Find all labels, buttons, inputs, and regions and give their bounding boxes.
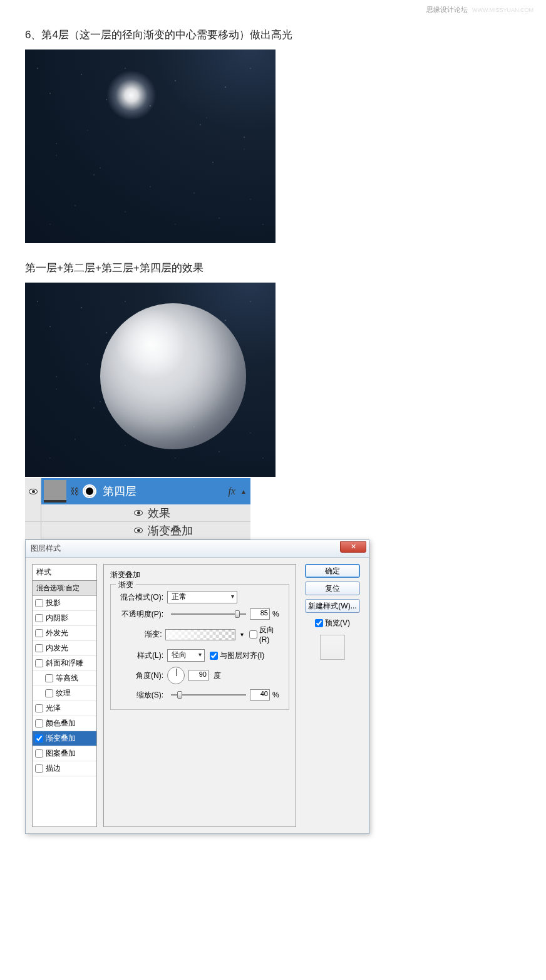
style-checkbox[interactable]: [35, 734, 43, 743]
layer-name[interactable]: 第四层: [103, 484, 229, 499]
angle-input[interactable]: 90: [188, 670, 209, 681]
gradient-overlay-label: 渐变叠加: [148, 523, 193, 538]
style-label: 样式(L):: [116, 650, 163, 661]
fx-collapse-arrow[interactable]: ▲: [240, 488, 247, 495]
style-item[interactable]: 渐变叠加: [33, 731, 96, 746]
visibility-toggle[interactable]: [25, 522, 41, 539]
mask-thumbnail[interactable]: [83, 484, 96, 498]
styles-list: 样式 混合选项:自定 投影内阴影外发光内发光斜面和浮雕等高线纹理光泽颜色叠加渐变…: [32, 564, 97, 827]
style-item-label: 内阴影: [46, 613, 68, 623]
preview-label: 预览(V): [325, 618, 350, 628]
style-checkbox[interactable]: [35, 629, 43, 637]
layer-thumbnail[interactable]: [44, 480, 66, 503]
fieldset-legend: 渐变: [116, 580, 136, 590]
style-item-label: 颜色叠加: [46, 718, 76, 729]
style-item-label: 图案叠加: [46, 748, 76, 759]
blend-mode-select[interactable]: 正常: [167, 591, 237, 603]
gradient-label: 渐变:: [116, 629, 162, 640]
titlebar[interactable]: 图层样式 ✕: [26, 540, 369, 558]
combined-caption: 第一层+第二层+第三层+第四层的效果: [25, 261, 521, 275]
gradient-fieldset: 渐变 混合模式(O): 正常 不透明度(P): 85 % 渐变:: [110, 584, 289, 710]
scale-input[interactable]: 40: [250, 689, 270, 701]
gradient-picker[interactable]: [165, 629, 235, 640]
dialog-buttons: 确定 复位 新建样式(W)... 预览(V): [302, 564, 363, 827]
style-item[interactable]: 颜色叠加: [33, 716, 96, 731]
sphere: [100, 303, 246, 449]
style-checkbox[interactable]: [35, 719, 43, 727]
style-item[interactable]: 内阴影: [33, 611, 96, 626]
eye-icon[interactable]: [134, 510, 143, 516]
style-item[interactable]: 外发光: [33, 626, 96, 641]
style-item-label: 内发光: [46, 643, 68, 654]
step-6-text: 6、第4层（这一层的径向渐变的中心需要移动）做出高光: [25, 28, 521, 42]
style-item[interactable]: 等高线: [33, 671, 96, 686]
style-item-label: 描边: [46, 763, 61, 774]
style-checkbox[interactable]: [35, 614, 43, 622]
preview-checkbox[interactable]: [315, 619, 323, 627]
style-item-label: 斜面和浮雕: [46, 658, 83, 669]
layers-panel: ⛓ 第四层 fx ▲ 效果 渐变叠加: [25, 478, 250, 540]
style-checkbox[interactable]: [35, 704, 43, 712]
preview-toggle[interactable]: 预览(V): [315, 618, 350, 628]
styles-header[interactable]: 样式: [33, 565, 96, 581]
layer-row[interactable]: ⛓ 第四层 fx ▲: [25, 478, 250, 504]
layer-style-dialog: 图层样式 ✕ 样式 混合选项:自定 投影内阴影外发光内发光斜面和浮雕等高线纹理光…: [25, 540, 369, 834]
align-label: 与图层对齐(I): [220, 650, 264, 661]
angle-label: 角度(N):: [116, 670, 163, 681]
preview-image-combined: [25, 283, 276, 477]
style-item[interactable]: 内发光: [33, 641, 96, 656]
visibility-toggle[interactable]: [25, 478, 41, 504]
style-checkbox[interactable]: [35, 599, 43, 607]
percent-sign: %: [272, 691, 279, 699]
blend-options-item[interactable]: 混合选项:自定: [33, 581, 96, 596]
eye-icon[interactable]: [134, 528, 143, 533]
style-item[interactable]: 纹理: [33, 686, 96, 701]
style-item[interactable]: 描边: [33, 761, 96, 776]
style-checkbox[interactable]: [35, 764, 43, 773]
eye-icon: [29, 489, 38, 494]
new-style-button[interactable]: 新建样式(W)...: [305, 599, 360, 613]
link-icon: ⛓: [70, 486, 79, 496]
style-item[interactable]: 斜面和浮雕: [33, 656, 96, 671]
scale-label: 缩放(S):: [116, 690, 163, 701]
gradient-overlay-row[interactable]: 渐变叠加: [25, 522, 250, 540]
effects-label: 效果: [148, 506, 170, 521]
opacity-slider[interactable]: [171, 613, 246, 615]
style-checkbox[interactable]: [35, 659, 43, 667]
align-checkbox[interactable]: [210, 652, 218, 660]
style-select[interactable]: 径向: [167, 649, 205, 662]
watermark-text-1: 思缘设计论坛: [426, 6, 468, 13]
style-checkbox[interactable]: [35, 644, 43, 652]
style-item-label: 光泽: [46, 703, 61, 714]
style-item[interactable]: 图案叠加: [33, 746, 96, 761]
percent-sign: %: [272, 610, 279, 618]
opacity-label: 不透明度(P):: [116, 609, 163, 620]
dialog-title: 图层样式: [31, 543, 340, 554]
close-button[interactable]: ✕: [340, 541, 366, 553]
degree-label: 度: [214, 670, 221, 681]
effects-row[interactable]: 效果: [25, 504, 250, 522]
visibility-toggle[interactable]: [25, 504, 41, 521]
fx-label[interactable]: fx: [229, 486, 236, 497]
angle-dial[interactable]: [167, 667, 185, 684]
group-title: 渐变叠加: [110, 570, 289, 580]
preview-image-highlight: [25, 50, 276, 243]
style-item-label: 外发光: [46, 628, 68, 639]
style-item-label: 等高线: [56, 673, 78, 684]
slider-thumb[interactable]: [177, 691, 182, 699]
style-checkbox[interactable]: [45, 689, 53, 697]
style-item-label: 纹理: [56, 688, 71, 699]
style-item-label: 投影: [46, 598, 61, 608]
reset-button[interactable]: 复位: [305, 581, 360, 595]
style-checkbox[interactable]: [35, 749, 43, 758]
style-item[interactable]: 光泽: [33, 701, 96, 716]
scale-slider[interactable]: [171, 694, 246, 696]
opacity-input[interactable]: 85: [250, 608, 270, 620]
ok-button[interactable]: 确定: [305, 564, 360, 578]
watermark: 思缘设计论坛 WWW.MISSYUAN.COM: [426, 5, 533, 14]
preview-swatch: [320, 635, 345, 660]
style-item[interactable]: 投影: [33, 596, 96, 611]
reverse-checkbox[interactable]: [249, 630, 257, 639]
slider-thumb[interactable]: [235, 610, 240, 618]
style-checkbox[interactable]: [45, 674, 53, 682]
